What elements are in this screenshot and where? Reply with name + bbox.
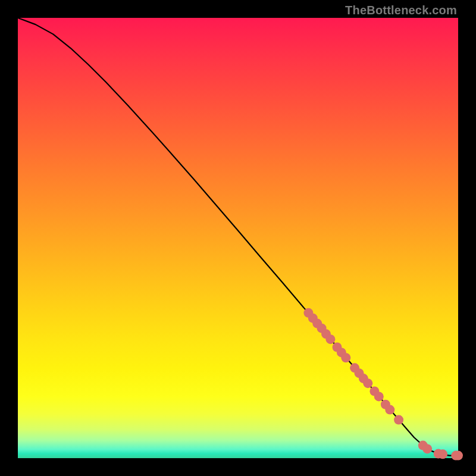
watermark-text: TheBottleneck.com	[345, 4, 457, 17]
data-point	[453, 451, 463, 461]
chart-frame: TheBottleneck.com	[0, 0, 476, 476]
bottleneck-curve	[18, 18, 458, 456]
data-point	[325, 334, 335, 344]
highlight-points	[303, 308, 463, 461]
data-point	[363, 378, 372, 388]
data-point	[374, 392, 384, 401]
chart-overlay	[18, 18, 458, 458]
data-point	[438, 449, 447, 459]
data-point	[394, 415, 403, 425]
data-point	[385, 405, 394, 415]
data-point	[341, 353, 350, 362]
data-point	[422, 444, 432, 453]
